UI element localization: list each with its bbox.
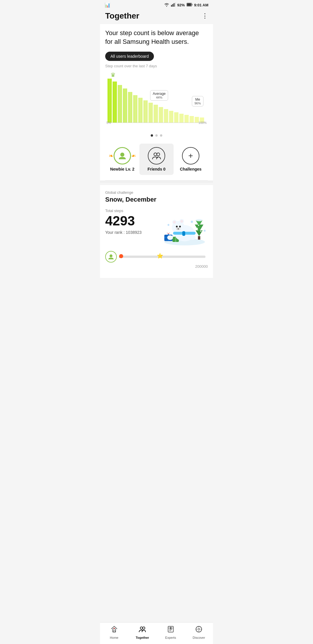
svg-rect-0 [171,5,172,7]
progress-user-avatar [105,251,117,263]
status-left: 📊 [105,2,110,8]
svg-rect-1 [172,4,173,7]
svg-rect-43 [198,236,200,240]
app-icon: 📊 [105,2,110,8]
average-label: Average [153,92,165,96]
dot-1[interactable] [151,134,153,137]
svg-point-76 [143,627,145,629]
chart-percent-left: 5% [106,121,111,124]
friends-icon [148,147,165,164]
svg-point-64 [178,228,179,229]
progress-bar-container: ⭐ [119,256,205,258]
svg-rect-22 [179,114,184,123]
svg-rect-10 [118,85,122,123]
svg-text:♛: ♛ [110,72,116,78]
status-bar: 📊 92% 9:01 AM [100,0,213,9]
svg-rect-8 [108,79,112,123]
experts-nav-icon [167,625,174,635]
svg-rect-6 [187,3,191,6]
right-wing-icon: ❧ [131,152,136,159]
nav-home[interactable]: Home [100,625,128,639]
newbie-button[interactable]: ❧ ❧ Newbie Lv. 2 [105,144,139,175]
svg-rect-21 [174,112,179,123]
challenge-content: Total steps 4293 Your rank : 1038923 [105,209,208,246]
page-header: Together ⋮ [100,9,213,24]
svg-point-38 [157,153,160,156]
nav-discover-label: Discover [193,636,205,639]
svg-point-60 [180,220,183,223]
nav-home-label: Home [110,636,118,639]
progress-max-label: 200000 [105,264,208,269]
friends-label: Friends 0 [148,167,165,171]
newbie-avatar [114,147,131,164]
friends-button[interactable]: Friends 0 [139,144,174,175]
svg-rect-12 [128,92,132,123]
action-buttons: ❧ ❧ Newbie Lv. 2 [105,141,208,180]
svg-text:❄: ❄ [167,223,170,227]
challenges-button[interactable]: + Challenges [174,144,208,175]
challenge-title: Snow, December [105,196,208,203]
me-label: Me [194,97,201,102]
newbie-avatar-wrapper: ❧ ❧ [109,147,136,164]
nav-discover[interactable]: Discover [185,625,213,639]
svg-marker-51 [167,232,170,234]
status-right: 92% 9:01 AM [164,3,208,8]
battery-percent: 92% [177,3,185,7]
svg-text:❄: ❄ [190,220,193,224]
svg-point-37 [154,153,157,156]
me-annotation: Me 96% [192,96,203,106]
more-options-button[interactable]: ⋮ [202,12,208,20]
average-annotation: Average 44% [150,90,168,101]
nav-together[interactable]: Together [128,625,157,639]
challenge-stats: Total steps 4293 Your rank : 1038923 [105,209,161,235]
svg-rect-24 [190,116,194,123]
svg-rect-11 [123,88,127,123]
challenges-label: Challenges [180,167,202,171]
time-display: 9:01 AM [194,3,208,7]
svg-point-61 [176,226,178,227]
svg-rect-3 [175,3,176,7]
svg-point-58 [173,221,176,224]
global-challenge-section: Global challenge Snow, December Total st… [100,185,213,278]
svg-point-85 [198,628,200,630]
svg-rect-15 [143,100,148,123]
nav-experts[interactable]: Experts [156,625,185,639]
challenges-icon: + [182,147,199,164]
dot-3[interactable] [160,134,162,137]
svg-rect-2 [174,3,174,7]
svg-rect-17 [154,105,158,123]
pagination-dots [105,131,208,141]
average-value: 44% [153,96,165,99]
leaderboard-button[interactable]: All users leaderboard [105,52,154,61]
bottom-navigation: Home Together Experts [100,622,213,644]
svg-rect-5 [192,4,192,6]
svg-rect-13 [133,95,137,123]
svg-point-36 [120,153,124,157]
steps-value: 4293 [105,214,161,228]
svg-rect-14 [138,98,143,123]
rank-text: Your rank : 1038923 [105,230,161,235]
svg-text:❄: ❄ [203,229,206,232]
main-content: Your step count is below average for all… [100,24,213,180]
battery-icon [187,3,192,7]
svg-point-75 [140,627,143,629]
signal-icon [171,3,176,8]
svg-rect-9 [113,82,117,123]
svg-point-47 [196,219,203,221]
page-title: Together [105,11,139,21]
dot-2[interactable] [155,134,158,137]
chart-sublabel: Step count over the last 7 days [105,64,208,68]
together-nav-icon [139,625,146,635]
steps-label: Total steps [105,209,161,213]
svg-point-46 [198,225,199,226]
chart-percent-right: 100% [199,121,207,124]
nav-together-label: Together [136,636,149,639]
home-nav-icon [110,625,118,635]
step-chart: ♛ [105,70,208,129]
nav-experts-label: Experts [165,636,176,639]
svg-point-67 [167,235,173,240]
newbie-label: Newbie Lv. 2 [110,167,134,171]
progress-star-marker: ⭐ [157,253,163,259]
svg-point-72 [110,254,112,257]
svg-point-68 [190,235,196,240]
